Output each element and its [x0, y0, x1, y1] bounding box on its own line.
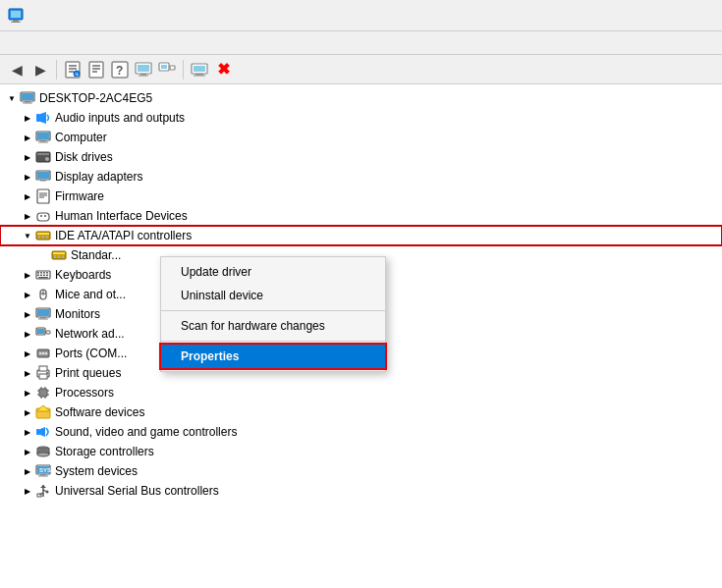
svg-rect-77 — [38, 319, 48, 320]
toolbar-computer-btn[interactable] — [189, 59, 210, 80]
expand-btn-hid[interactable]: ▶ — [20, 208, 35, 224]
toolbar-monitor-btn[interactable] — [133, 59, 154, 80]
toolbar-network-btn[interactable] — [156, 59, 178, 80]
toolbar: ◀ ▶ ? ? ✖ — [0, 55, 722, 84]
toolbar-properties-btn[interactable]: ? — [62, 59, 83, 80]
toolbar-help-btn[interactable]: ? — [109, 59, 131, 80]
expand-btn-audio[interactable]: ▶ — [20, 110, 35, 126]
expand-btn-monitors[interactable]: ▶ — [20, 306, 35, 322]
forward-button[interactable]: ▶ — [29, 59, 51, 80]
svg-point-107 — [37, 453, 49, 456]
toolbar-remove-btn[interactable]: ✖ — [212, 59, 234, 80]
context-menu-item-uninstall-device[interactable]: Uninstall device — [161, 284, 385, 307]
svg-rect-118 — [37, 494, 41, 497]
svg-rect-80 — [46, 331, 50, 334]
tree-item-software[interactable]: ▶Software devices — [0, 402, 722, 422]
expand-btn-computer[interactable]: ▶ — [20, 130, 35, 145]
tree-item-root[interactable]: ▼DESKTOP-2AC4EG5 — [0, 88, 722, 108]
svg-rect-67 — [40, 275, 42, 277]
svg-rect-32 — [36, 114, 40, 122]
svg-point-116 — [46, 491, 49, 494]
expand-btn-disk[interactable]: ▶ — [20, 149, 35, 165]
svg-rect-43 — [40, 180, 46, 182]
tree-item-hid[interactable]: ▶Human Interface Devices — [0, 206, 722, 226]
svg-rect-19 — [139, 75, 148, 76]
label-usb: Universal Serial Bus controllers — [55, 484, 722, 498]
toolbar-separator-1 — [56, 60, 57, 80]
expand-btn-processors[interactable]: ▶ — [20, 385, 35, 401]
svg-rect-54 — [42, 236, 44, 239]
svg-rect-36 — [40, 140, 46, 142]
icon-system: SYS — [35, 463, 51, 479]
toolbar-icon2-btn[interactable] — [85, 59, 107, 80]
tree-item-firmware[interactable]: ▶Firmware — [0, 187, 722, 206]
menu-file[interactable] — [4, 41, 20, 45]
tree-item-storage[interactable]: ▶Storage controllers — [0, 442, 722, 461]
svg-rect-26 — [195, 74, 203, 76]
expand-btn-keyboards[interactable]: ▶ — [20, 267, 35, 283]
label-root: DESKTOP-2AC4EG5 — [39, 91, 722, 105]
svg-rect-21 — [161, 65, 167, 69]
icon-standard — [51, 247, 67, 263]
expand-btn-storage[interactable]: ▶ — [20, 444, 35, 459]
expand-btn-standard — [35, 247, 51, 263]
expand-btn-network[interactable]: ▶ — [20, 326, 35, 342]
tree-item-disk[interactable]: ▶Disk drives — [0, 147, 722, 167]
icon-print — [35, 365, 51, 381]
expand-btn-system[interactable]: ▶ — [20, 463, 35, 479]
context-menu-item-properties[interactable]: Properties — [161, 345, 385, 368]
label-system: System devices — [55, 464, 722, 478]
tree-item-system[interactable]: ▶SYSSystem devices — [0, 461, 722, 481]
label-network: Network ad... — [55, 327, 722, 341]
menu-view[interactable] — [35, 41, 51, 45]
tree-item-usb[interactable]: ▶Universal Serial Bus controllers — [0, 481, 722, 501]
svg-rect-66 — [37, 275, 39, 277]
svg-rect-39 — [37, 153, 49, 155]
svg-rect-1 — [11, 11, 21, 18]
icon-hid — [35, 208, 51, 224]
svg-rect-60 — [62, 255, 64, 258]
expand-btn-root[interactable]: ▼ — [4, 90, 20, 106]
label-sound: Sound, video and game controllers — [55, 425, 722, 439]
tree-item-ide[interactable]: ▼IDE ATA/ATAPI controllers — [0, 226, 722, 245]
svg-text:SYS: SYS — [39, 467, 51, 473]
svg-rect-3 — [11, 22, 21, 23]
tree-item-sound[interactable]: ▶Sound, video and game controllers — [0, 422, 722, 442]
tree-item-computer[interactable]: ▶Computer — [0, 128, 722, 147]
tree-panel[interactable]: ▼DESKTOP-2AC4EG5▶Audio inputs and output… — [0, 84, 722, 588]
menu-help[interactable] — [51, 41, 67, 45]
expand-btn-ide[interactable]: ▼ — [20, 228, 35, 243]
expand-btn-ports[interactable]: ▶ — [20, 346, 35, 361]
tree-item-audio[interactable]: ▶Audio inputs and outputs — [0, 108, 722, 128]
expand-btn-firmware[interactable]: ▶ — [20, 188, 35, 204]
svg-point-85 — [45, 352, 48, 355]
svg-point-49 — [40, 215, 42, 217]
svg-rect-57 — [53, 252, 65, 254]
back-button[interactable]: ◀ — [6, 59, 28, 80]
expand-btn-print[interactable]: ▶ — [20, 365, 35, 381]
icon-display — [35, 169, 51, 185]
svg-rect-59 — [58, 255, 60, 258]
tree-item-processors[interactable]: ▶Processors — [0, 383, 722, 402]
svg-rect-76 — [40, 317, 46, 319]
expand-btn-software[interactable]: ▶ — [20, 404, 35, 420]
expand-btn-sound[interactable]: ▶ — [20, 424, 35, 440]
icon-firmware — [35, 188, 51, 204]
icon-software — [35, 404, 51, 420]
title-bar — [0, 0, 722, 31]
svg-rect-87 — [39, 366, 47, 371]
label-print: Print queues — [55, 366, 722, 380]
svg-point-40 — [45, 157, 49, 161]
tree-item-display[interactable]: ▶Display adapters — [0, 167, 722, 187]
label-audio: Audio inputs and outputs — [55, 111, 722, 125]
svg-rect-101 — [36, 429, 40, 435]
context-menu-item-update-driver[interactable]: Update driver — [161, 260, 385, 284]
context-menu-item-scan[interactable]: Scan for hardware changes — [161, 314, 385, 338]
icon-computer — [35, 130, 51, 145]
expand-btn-usb[interactable]: ▶ — [20, 483, 35, 499]
expand-btn-display[interactable]: ▶ — [20, 169, 35, 185]
svg-text:?: ? — [116, 64, 123, 78]
menu-action[interactable] — [20, 41, 35, 45]
label-processors: Processors — [55, 386, 722, 400]
expand-btn-mice[interactable]: ▶ — [20, 287, 35, 302]
